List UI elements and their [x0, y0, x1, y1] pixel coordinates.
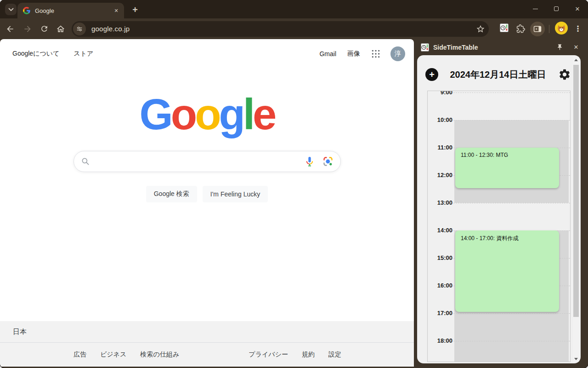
window-controls: ✕: [525, 0, 588, 17]
reload-button[interactable]: [39, 23, 50, 34]
voice-search-icon[interactable]: [304, 156, 315, 167]
google-logo: Google: [0, 93, 414, 136]
event-mtg[interactable]: 11:00 - 12:30: MTG: [455, 148, 559, 188]
profile-avatar[interactable]: [555, 22, 568, 36]
tab-strip: Google ✕ + ✕: [0, 0, 588, 18]
link-about-google[interactable]: Googleについて: [12, 50, 59, 57]
arrow-up-icon: [574, 59, 578, 61]
panel-scrollbar[interactable]: [573, 57, 579, 362]
address-bar[interactable]: google.co.jp: [72, 21, 489, 37]
footer-country: 日本: [0, 321, 414, 343]
browser-toolbar: google.co.jp: [0, 18, 588, 39]
browser-window: Google ✕ + ✕: [0, 0, 588, 368]
timetable-date: 2024年12月14日土曜日: [438, 69, 558, 81]
sidetimetable-extension-button[interactable]: [500, 23, 509, 34]
google-footer: 日本 広告 ビジネス 検索の仕組み プライバシー 規約 設定: [0, 321, 414, 367]
link-privacy[interactable]: プライバシー: [249, 351, 288, 359]
timetable-grid[interactable]: 9:00 10:00 11:00 12:00 13:00 14:00 15:00…: [427, 91, 571, 362]
site-settings-button[interactable]: [73, 23, 86, 35]
new-tab-button[interactable]: +: [129, 4, 141, 16]
google-favicon: [23, 7, 30, 14]
url-text[interactable]: google.co.jp: [91, 25, 476, 33]
window-close-button[interactable]: ✕: [567, 0, 588, 17]
footer-links-left: 広告 ビジネス 検索の仕組み: [74, 351, 179, 359]
maximize-icon: [554, 6, 559, 11]
extensions-button[interactable]: [515, 23, 526, 34]
gear-icon: [558, 68, 571, 81]
google-header: Googleについて ストア Gmail 画像 淳: [0, 39, 414, 69]
add-event-button[interactable]: +: [425, 68, 438, 81]
close-icon: ✕: [575, 6, 580, 12]
side-panel: SideTimeTable ✕ + 2024年12月14日土曜日 9:00 10…: [414, 39, 588, 368]
search-icon: [81, 157, 90, 166]
puzzle-icon: [516, 24, 525, 33]
tab-close-button[interactable]: ✕: [112, 6, 120, 15]
arrow-down-icon: [574, 358, 578, 360]
reload-icon: [40, 24, 49, 33]
home-button[interactable]: [55, 23, 66, 34]
link-settings[interactable]: 設定: [328, 351, 341, 359]
profile-avatar-image: [555, 22, 568, 34]
search-buttons-row: Google 検索 I'm Feeling Lucky: [0, 186, 414, 202]
link-store[interactable]: ストア: [74, 50, 93, 57]
back-arrow-icon: [6, 24, 15, 34]
web-content: Googleについて ストア Gmail 画像 淳: [0, 39, 414, 367]
pin-icon: [556, 44, 563, 51]
google-search-button[interactable]: Google 検索: [146, 186, 197, 202]
footer-links-right: プライバシー 規約 設定: [249, 351, 341, 359]
event-shiryo-sakusei[interactable]: 14:00 - 17:00: 資料作成: [455, 230, 559, 312]
google-lens-icon[interactable]: [322, 156, 334, 167]
link-business[interactable]: ビジネス: [100, 351, 126, 359]
feeling-lucky-button[interactable]: I'm Feeling Lucky: [203, 186, 268, 202]
side-panel-title: SideTimeTable: [433, 44, 554, 51]
sidetimetable-icon: [421, 43, 429, 52]
link-terms[interactable]: 規約: [302, 351, 315, 359]
bookmark-star-icon[interactable]: [476, 24, 485, 34]
timetable-controls: + 2024年12月14日土曜日: [425, 65, 571, 84]
browser-menu-button[interactable]: ⋮: [572, 23, 583, 34]
window-maximize-button[interactable]: [546, 0, 567, 17]
timetable-card: + 2024年12月14日土曜日 9:00 10:00 11:00 12:00 …: [417, 55, 581, 363]
side-panel-toggle-button[interactable]: [530, 22, 545, 36]
link-gmail[interactable]: Gmail: [319, 50, 336, 58]
link-how-search-works[interactable]: 検索の仕組み: [140, 351, 179, 359]
search-box[interactable]: [74, 151, 341, 172]
account-avatar[interactable]: 淳: [390, 46, 405, 61]
side-panel-header: SideTimeTable ✕: [414, 39, 588, 55]
forward-arrow-icon: [23, 24, 32, 34]
link-ads[interactable]: 広告: [74, 351, 86, 359]
settings-button[interactable]: [558, 68, 571, 81]
search-input[interactable]: [95, 157, 300, 166]
back-button[interactable]: [5, 23, 16, 34]
sidetimetable-icon: [500, 23, 509, 32]
google-apps-button[interactable]: [370, 48, 381, 59]
link-images[interactable]: 画像: [347, 50, 360, 58]
close-panel-button[interactable]: ✕: [571, 42, 581, 52]
pin-panel-button[interactable]: [554, 42, 565, 52]
tab-google[interactable]: Google ✕: [17, 3, 124, 18]
window-minimize-button[interactable]: [525, 0, 546, 17]
tune-icon: [76, 25, 83, 33]
tab-title: Google: [35, 7, 112, 14]
scroll-down-button[interactable]: [573, 356, 579, 362]
home-icon: [56, 24, 65, 34]
tab-search-button[interactable]: [5, 4, 17, 15]
forward-button[interactable]: [22, 23, 33, 34]
header-links-left: Googleについて ストア: [12, 50, 93, 58]
scroll-up-button[interactable]: [573, 57, 579, 63]
minimize-icon: [533, 9, 538, 9]
toolbar-separator: [549, 25, 549, 33]
scrollbar-thumb[interactable]: [573, 65, 579, 317]
header-links-right: Gmail 画像 淳: [319, 46, 405, 61]
chevron-down-icon: [8, 8, 14, 12]
apps-grid-icon: [371, 49, 380, 58]
footer-links-row: 広告 ビジネス 検索の仕組み プライバシー 規約 設定: [0, 343, 414, 367]
side-panel-icon: [533, 24, 542, 34]
